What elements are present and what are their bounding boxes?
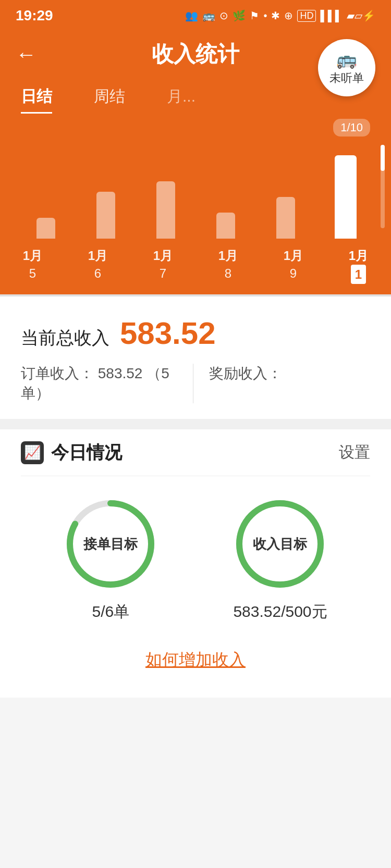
order-income-label: 订单收入： — [21, 365, 94, 381]
bar-2 — [156, 181, 175, 239]
status-time: 19:29 — [16, 7, 53, 24]
settings-button[interactable]: 设置 — [339, 442, 370, 463]
signal-icon: ▌▌▌ — [320, 10, 343, 22]
today-title: 今日情况 — [51, 441, 122, 465]
battery-icon: ▰▱⚡ — [347, 9, 375, 22]
bar-column-2 — [136, 140, 196, 239]
bar-label-0: 1月5 — [0, 247, 65, 284]
bar-chart — [16, 124, 375, 239]
app-icon: 🌿 — [233, 9, 246, 22]
order-goal-circle: 接单目标 — [64, 497, 157, 591]
bar-column-3 — [196, 140, 255, 239]
page-indicator: 1/10 — [333, 119, 370, 137]
order-goal-item: 接单目标 5/6单 — [64, 497, 157, 623]
total-income-label: 当前总收入 — [21, 326, 109, 350]
flag-icon: ⚑ — [250, 9, 259, 22]
bar-column-5 — [315, 140, 375, 239]
bar-label-4: 1月9 — [261, 247, 326, 284]
wait-order-label: 未听单 — [329, 70, 364, 86]
section-gap — [0, 419, 391, 429]
income-goal-value: 583.52/500元 — [233, 601, 327, 623]
goals-row: 接单目标 5/6单 收入目标 583.52/500元 — [21, 476, 370, 638]
bar-0 — [36, 218, 55, 239]
bonus-income-detail: 奖励收入： — [193, 364, 371, 383]
bar-4 — [276, 197, 295, 239]
bus-icon: 🚌 — [202, 9, 215, 22]
today-header: 📈 今日情况 设置 — [21, 429, 370, 476]
order-goal-value: 5/6单 — [92, 601, 130, 623]
chart-scrollbar-thumb — [381, 145, 385, 171]
tab-monthly[interactable]: 月... — [167, 86, 196, 114]
wait-order-button[interactable]: 🚌 未听单 — [318, 39, 375, 96]
total-income-row: 当前总收入 583.52 — [21, 315, 370, 351]
income-goal-label: 收入目标 — [253, 535, 307, 553]
bonus-income-label: 奖励收入： — [209, 365, 282, 381]
hd-badge: HD — [297, 10, 316, 22]
bar-column-1 — [76, 140, 136, 239]
today-header-left: 📈 今日情况 — [21, 441, 122, 465]
income-details: 订单收入： 583.52 （5单） 奖励收入： — [21, 364, 370, 403]
tab-weekly[interactable]: 周结 — [94, 86, 125, 114]
camera-icon: ⊙ — [219, 9, 228, 22]
bar-label-1: 1月6 — [65, 247, 130, 284]
dot-icon: • — [263, 10, 267, 22]
order-income-detail: 订单收入： 583.52 （5单） — [21, 364, 193, 403]
back-button[interactable]: ← — [16, 43, 36, 66]
chart-labels: 1月51月61月71月81月91月1 — [0, 239, 391, 294]
bar-column-0 — [16, 140, 76, 239]
location-icon: ⊕ — [284, 9, 293, 22]
bar-3 — [216, 213, 235, 239]
income-goal-circle: 收入目标 — [233, 497, 327, 591]
chart-area: 1/10 — [0, 114, 391, 239]
bar-label-3: 1月8 — [196, 247, 261, 284]
page-title: 收入统计 — [152, 40, 239, 69]
order-income-value: 583.52 — [98, 365, 143, 381]
how-to-link-container: 如何增加收入 — [21, 649, 370, 672]
order-goal-label: 接单目标 — [83, 535, 138, 553]
status-bar: 19:29 👥 🚌 ⊙ 🌿 ⚑ • ✱ ⊕ HD ▌▌▌ ▰▱⚡ — [0, 0, 391, 31]
bluetooth-icon: ✱ — [271, 9, 280, 22]
tab-daily[interactable]: 日结 — [21, 86, 52, 114]
status-icons: 👥 🚌 ⊙ 🌿 ⚑ • ✱ ⊕ HD ▌▌▌ ▰▱⚡ — [185, 9, 375, 22]
total-income-value: 583.52 — [120, 315, 216, 351]
how-to-increase-income-link[interactable]: 如何增加收入 — [145, 650, 246, 669]
bar-5 — [335, 155, 357, 239]
bar-label-2: 1月7 — [130, 247, 196, 284]
income-section: 当前总收入 583.52 订单收入： 583.52 （5单） 奖励收入： — [0, 296, 391, 419]
bar-label-5: 1月1 — [326, 247, 391, 284]
bar-column-4 — [255, 140, 315, 239]
today-section: 📈 今日情况 设置 接单目标 5/6单 — [0, 429, 391, 698]
income-goal-item: 收入目标 583.52/500元 — [233, 497, 327, 623]
chart-scrollbar[interactable] — [381, 145, 385, 228]
car-icon: 🚌 — [336, 49, 357, 69]
header: ← 收入统计 🚌 未听单 — [0, 31, 391, 77]
trend-icon: 📈 — [21, 441, 44, 464]
bar-1 — [96, 192, 115, 239]
people-icon: 👥 — [185, 9, 198, 22]
